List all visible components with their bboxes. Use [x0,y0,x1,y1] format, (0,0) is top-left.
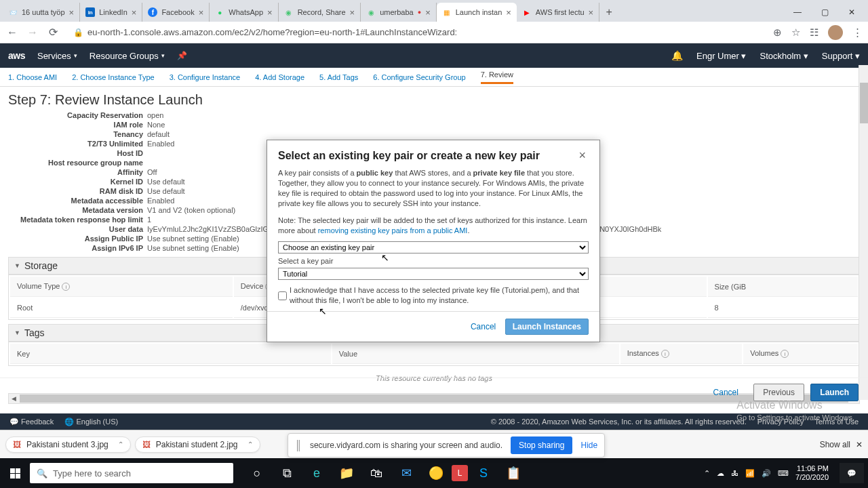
url-input[interactable]: 🔒 eu-north-1.console.aws.amazon.com/ec2/… [66,27,766,37]
modal-close-button[interactable]: × [576,148,589,163]
services-menu[interactable]: Services ▾ [37,51,77,61]
window-maximize[interactable]: ▢ [811,3,838,22]
col-volume-type: Volume Typei [10,277,233,297]
chevron-up-icon[interactable]: ⌃ [118,441,123,448]
support-menu[interactable]: Support ▾ [822,51,860,61]
page-title: Step 7: Review Instance Launch [0,87,868,110]
onedrive-icon[interactable]: ☁ [717,469,724,478]
download-item[interactable]: 🖼Pakistani student 2.jpg⌃ [135,436,260,453]
aws-header: aws Services ▾ Resource Groups ▾ 📌 🔔 Eng… [0,43,868,68]
user-menu[interactable]: Engr Umer ▾ [696,51,746,61]
col-value: Value [332,344,619,364]
zoom-icon[interactable]: ⊕ [773,26,782,39]
close-shelf-button[interactable]: ✕ [856,440,863,449]
wizard-cancel-button[interactable]: Cancel [705,384,747,401]
language-selector[interactable]: 🌐 English (US) [64,418,118,426]
start-button[interactable] [0,458,30,488]
close-icon[interactable]: × [589,7,594,18]
aws-logo[interactable]: aws [8,50,25,61]
mail-icon[interactable]: ✉ [392,458,420,488]
stop-sharing-button[interactable]: Stop sharing [511,436,572,454]
pin-icon[interactable]: 📌 [177,51,187,60]
tray-expand-icon[interactable]: ⌃ [704,469,710,478]
tab-facebook[interactable]: fFacebook× [142,3,210,22]
volume-icon[interactable]: 🔊 [762,469,771,478]
wifi-icon[interactable]: 📶 [745,469,755,478]
step-1[interactable]: 1. Choose AMI [8,73,57,81]
skype-icon[interactable]: S [469,458,498,488]
new-tab-button[interactable]: + [599,3,618,22]
taskbar-search[interactable]: 🔍Type here to search [30,463,233,483]
step-6[interactable]: 6. Configure Security Group [373,73,465,81]
store-icon[interactable]: 🛍 [362,458,391,488]
acknowledge-checkbox[interactable] [278,286,287,306]
step-2[interactable]: 2. Choose Instance Type [72,73,155,81]
chevron-up-icon[interactable]: ⌃ [248,441,253,448]
edge-icon[interactable]: e [302,458,331,488]
screenshare-bar: ║ secure.vidyard.com is sharing your scr… [288,433,605,458]
tab-linkedin[interactable]: inLinkedIn× [80,3,142,22]
notifications-icon[interactable]: 🔔 [671,50,683,61]
lync-icon[interactable]: L [452,465,468,481]
drag-handle-icon[interactable]: ║ [295,440,302,451]
modal-cancel-button[interactable]: Cancel [471,322,496,331]
tab-whatsapp[interactable]: ●WhatsApp× [210,3,278,22]
region-menu[interactable]: Stockholm ▾ [760,51,808,61]
tab-vidyard1[interactable]: ◉Record, Share× [279,3,361,22]
tab-vidyard2[interactable]: ◉umerbaba●× [361,3,437,22]
reading-list-icon[interactable]: ☷ [810,26,818,39]
profile-avatar[interactable] [828,25,843,40]
nav-reload-icon[interactable]: ⟳ [46,26,60,39]
tab-youtube[interactable]: ▶AWS first lectu× [517,3,599,22]
remove-keypairs-link[interactable]: removing existing key pairs from a publi… [318,226,468,235]
close-icon[interactable]: × [69,7,75,18]
cortana-icon[interactable]: ○ [243,458,271,488]
info-icon[interactable]: i [781,350,789,358]
feedback-link[interactable]: 💬 Feedback [9,418,54,426]
keypair-mode-select[interactable]: Choose an existing key pair [278,241,589,253]
window-close[interactable]: ✕ [838,3,865,22]
notepad-icon[interactable]: 📋 [499,458,528,488]
close-icon[interactable]: × [267,7,273,18]
nav-back-icon[interactable]: ← [5,26,19,39]
terms-link[interactable]: Terms of Use [814,418,859,426]
action-center-icon[interactable]: 💬 [840,463,864,483]
taskview-icon[interactable]: ⧉ [273,458,301,488]
bookmark-icon[interactable]: ☆ [791,26,800,39]
vertical-scrollbar[interactable] [859,65,868,400]
taskbar-clock[interactable]: 11:06 PM7/20/2020 [795,464,829,482]
close-icon[interactable]: × [350,7,355,18]
nav-forward-icon[interactable]: → [26,26,39,39]
close-icon[interactable]: × [199,7,204,18]
show-all-downloads[interactable]: Show all [820,440,850,449]
step-4[interactable]: 4. Add Storage [255,73,304,81]
lock-icon: 🔒 [73,28,83,37]
info-icon[interactable]: i [62,283,70,291]
hide-bar-button[interactable]: Hide [580,441,597,450]
wizard-previous-button[interactable]: Previous [753,384,804,401]
tab-gmail[interactable]: 📨16 uutta työp× [3,3,80,22]
network-icon[interactable]: 🖧 [731,469,738,477]
step-7[interactable]: 7. Review [481,70,513,84]
close-icon[interactable]: × [132,7,137,18]
keypair-select[interactable]: Tutorial [278,268,589,280]
chrome-icon[interactable]: 🟡 [422,458,450,488]
step-5[interactable]: 5. Add Tags [319,73,358,81]
window-minimize[interactable]: — [784,3,811,22]
close-icon[interactable]: × [425,7,431,18]
aws-footer: 💬 Feedback 🌐 English (US) © 2008 - 2020,… [0,413,868,430]
tab-aws[interactable]: ▦Launch instan× [437,3,517,22]
menu-icon[interactable]: ⋮ [852,26,863,39]
privacy-link[interactable]: Privacy Policy [757,418,804,426]
info-icon[interactable]: i [661,350,669,358]
detail-row: IAM roleNone [8,120,860,129]
modal-launch-button[interactable]: Launch Instances [505,319,589,335]
explorer-icon[interactable]: 📁 [332,458,361,488]
resource-groups-menu[interactable]: Resource Groups ▾ [90,51,165,61]
close-icon[interactable]: × [506,7,511,18]
acknowledge-text: I acknowledge that I have access to the … [290,285,589,306]
language-indicator[interactable]: ⌨ [778,469,789,478]
wizard-launch-button[interactable]: Launch [810,384,859,401]
download-item[interactable]: 🖼Pakistani student 3.jpg⌃ [5,436,131,453]
step-3[interactable]: 3. Configure Instance [170,73,241,81]
